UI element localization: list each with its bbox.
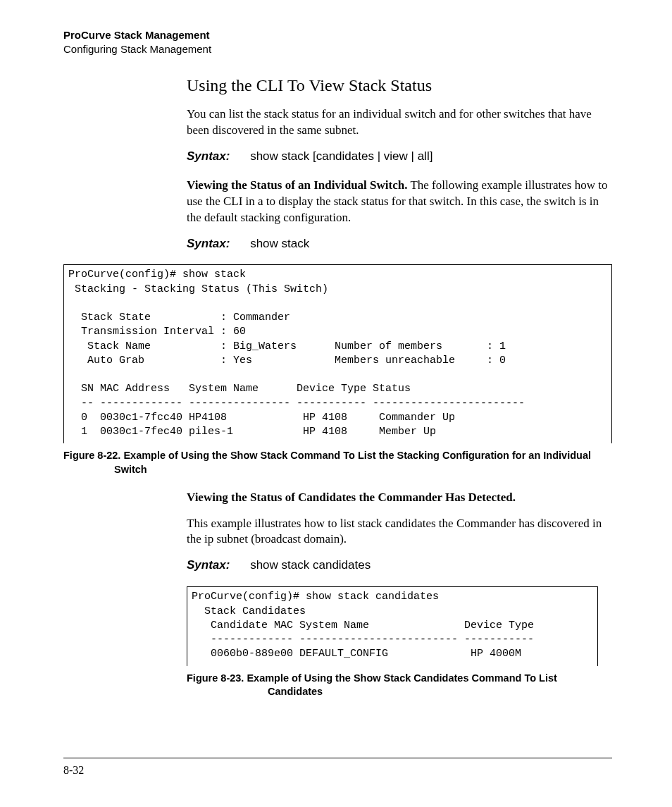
page-number: 8-32 <box>63 764 84 776</box>
syntax-value: show stack <box>250 237 309 250</box>
syntax-label: Syntax: <box>187 149 230 163</box>
figure-22-caption: Figure 8-22. Example of Using the Show S… <box>63 449 612 476</box>
page-footer: 8-32 <box>63 758 612 779</box>
syntax-value: show stack [candidates | view | all] <box>250 149 433 163</box>
section-title: Using the CLI To View Stack Status <box>187 74 612 97</box>
intro-paragraph: You can list the stack status for an ind… <box>187 106 612 139</box>
figure-23-caption: Figure 8-23. Example of Using the Show S… <box>187 672 612 699</box>
runin-heading: Viewing the Status of an Individual Swit… <box>187 178 407 192</box>
candidates-heading: Viewing the Status of Candidates the Com… <box>187 490 612 506</box>
syntax-line-3: Syntax: show stack candidates <box>187 557 612 574</box>
running-head-chapter: ProCurve Stack Management <box>63 28 612 42</box>
figure-23-output: ProCurve(config)# show stack candidates … <box>187 586 598 665</box>
body-column-lower: Viewing the Status of Candidates the Com… <box>187 490 612 574</box>
syntax-line-1: Syntax: show stack [candidates | view | … <box>187 149 612 165</box>
runin-heading: Viewing the Status of Candidates the Com… <box>187 491 516 504</box>
running-head-section: Configuring Stack Management <box>63 42 612 56</box>
syntax-value: show stack candidates <box>250 558 371 572</box>
candidates-body: This example illustrates how to list sta… <box>187 516 612 548</box>
figure-22-output: ProCurve(config)# show stack Stacking - … <box>63 264 612 443</box>
syntax-line-2: Syntax: show stack <box>187 236 612 252</box>
page: ProCurve Stack Management Configuring St… <box>0 0 672 807</box>
syntax-label: Syntax: <box>187 237 230 250</box>
footer-rule <box>63 758 612 758</box>
running-head: ProCurve Stack Management Configuring St… <box>63 28 612 57</box>
syntax-label: Syntax: <box>187 558 230 572</box>
body-column: Using the CLI To View Stack Status You c… <box>187 74 612 252</box>
individual-switch-paragraph: Viewing the Status of an Individual Swit… <box>187 178 612 226</box>
